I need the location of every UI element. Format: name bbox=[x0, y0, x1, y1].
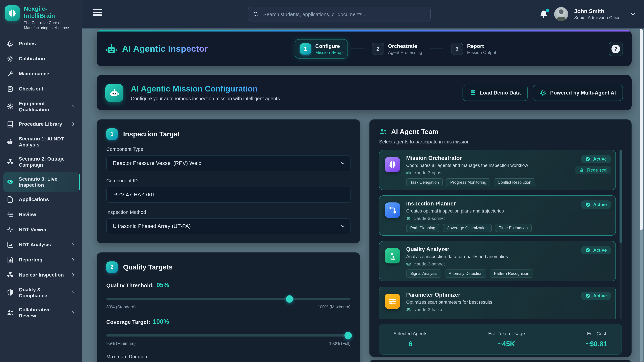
search-bar[interactable] bbox=[248, 7, 431, 21]
panel-title: Quality Targets bbox=[123, 263, 172, 271]
robot-icon bbox=[105, 84, 124, 102]
next-panel-edge bbox=[369, 360, 632, 362]
user-role: Senior Admission Officer bbox=[574, 15, 622, 20]
chart-icon bbox=[7, 241, 14, 248]
agent-description: Creates optimal inspection plans and tra… bbox=[406, 209, 610, 214]
wizard-step-report[interactable]: 3 Report Mission Output bbox=[446, 39, 501, 58]
sidebar-item-reporting[interactable]: Reporting bbox=[3, 253, 79, 267]
cpu-icon bbox=[406, 216, 411, 221]
checklist-icon bbox=[7, 211, 14, 218]
clipboard-check-icon bbox=[7, 85, 14, 92]
wizard-step-configure[interactable]: 1 Configure Mission Setup bbox=[295, 39, 348, 59]
sidebar-item-review[interactable]: Review bbox=[3, 207, 79, 222]
database-icon bbox=[470, 89, 476, 96]
component-id-input[interactable] bbox=[106, 187, 350, 203]
sidebar-item-ndt-analysis[interactable]: NDT Analysis bbox=[3, 238, 79, 252]
selected-agents-value: 6 bbox=[408, 340, 412, 348]
agent-card-parameter-optimizer[interactable]: Active Parameter Optimizer Optimizes sca… bbox=[379, 287, 616, 319]
agent-card-mission-orchestrator[interactable]: Active Required Mission Orchestrator Coo… bbox=[379, 150, 616, 190]
chevron-down-icon bbox=[340, 224, 346, 229]
chevron-right-icon bbox=[71, 122, 76, 126]
sidebar-item-maintenance[interactable]: Maintenance bbox=[3, 67, 79, 81]
inspection-method-select[interactable]: Ultrasonic Phased Array (UT-PA) bbox=[106, 218, 350, 234]
sidebar-item-scenario-1-ai-ndt-analysis[interactable]: Scenario 1: AI NDT Analysis bbox=[3, 132, 79, 151]
slider-thumb[interactable] bbox=[344, 332, 352, 339]
powered-by-multi-agent-ai-button: Powered by Multi-Agent AI bbox=[533, 85, 623, 101]
token-usage-label: Est. Token Usage bbox=[488, 331, 525, 336]
capability-tag: Conflict Resolution bbox=[494, 178, 535, 186]
capability-tag: Progress Monitoring bbox=[446, 178, 490, 186]
user-info[interactable]: John Smith Senior Admission Officer bbox=[574, 8, 622, 20]
search-input[interactable] bbox=[263, 11, 426, 17]
help-button[interactable]: ? bbox=[609, 42, 623, 56]
slider-track[interactable] bbox=[106, 334, 350, 337]
sidebar-item-check-out[interactable]: Check-out bbox=[3, 82, 79, 96]
field-label: Component Type bbox=[106, 146, 350, 152]
sidebar-nav: Probes Calibration Maintenance Check-out… bbox=[0, 34, 82, 325]
sidebar-item-probes[interactable]: Probes bbox=[3, 36, 79, 51]
sidebar-item-collaborative-review[interactable]: Collaborative Review bbox=[3, 303, 79, 323]
sidebar-item-equipment-qualification[interactable]: Equipment Qualification bbox=[3, 97, 79, 116]
agent-model: claude-3-haiku bbox=[414, 307, 442, 312]
active-badge: Active bbox=[582, 292, 611, 300]
sidebar-item-scenario-3-live-inspection[interactable]: Scenario 3: Live Inspection bbox=[3, 172, 79, 192]
agent-model: claude-3-sonnet bbox=[414, 216, 445, 221]
capability-tag: Task Delegation bbox=[406, 178, 443, 186]
wrench-icon bbox=[7, 70, 14, 77]
panel-title: Inspection Target bbox=[123, 130, 180, 138]
avatar[interactable] bbox=[554, 7, 568, 21]
banner-title: AI Agentic Mission Configuration bbox=[131, 84, 280, 93]
sidebar-item-calibration[interactable]: Calibration bbox=[3, 52, 79, 66]
capability-tag: Time Estimation bbox=[495, 224, 532, 232]
sliders-icon bbox=[385, 294, 400, 309]
brand-tagline: The Cognitive Core of Manufacturing Inte… bbox=[24, 20, 78, 30]
agent-card-quality-analyzer[interactable]: Active Quality Analyzer Analyzes inspect… bbox=[379, 241, 616, 281]
slider-track[interactable] bbox=[106, 298, 350, 300]
wizard-step-orchestrate[interactable]: 2 Orchestrate Agent Processing bbox=[367, 39, 427, 58]
text-input[interactable] bbox=[113, 191, 344, 198]
user-name: John Smith bbox=[574, 8, 622, 14]
agent-card-inspection-planner[interactable]: Active Inspection Planner Creates optima… bbox=[379, 195, 616, 236]
slider-thumb[interactable] bbox=[286, 295, 293, 303]
agent-model: claude-3-opus bbox=[414, 170, 441, 175]
panel-title: AI Agent Team bbox=[391, 128, 438, 136]
menu-icon[interactable] bbox=[92, 9, 102, 17]
sidebar-item-scenario-2-outage-campaign[interactable]: Scenario 2: Outage Campaign bbox=[3, 152, 79, 172]
check-circle-icon bbox=[586, 202, 590, 207]
notification-dot bbox=[546, 9, 549, 12]
sliders-group: Quality Threshold: 95% 80% (Standard) 10… bbox=[106, 282, 350, 346]
agent-list-scrollbar[interactable] bbox=[620, 150, 622, 319]
users-icon bbox=[379, 128, 387, 136]
search-icon bbox=[253, 11, 258, 17]
gear-icon bbox=[7, 55, 14, 62]
load-demo-data-button[interactable]: Load Demo Data bbox=[462, 85, 528, 101]
chevron-right-icon bbox=[71, 104, 76, 109]
sidebar-item-ndt-viewer[interactable]: NDT Viewer bbox=[3, 223, 79, 237]
cpu-icon bbox=[406, 170, 411, 175]
chevron-right-icon bbox=[71, 273, 76, 277]
capability-tag: Pattern Recognition bbox=[490, 270, 533, 278]
chevron-down-icon[interactable] bbox=[630, 11, 636, 17]
active-badge: Active bbox=[582, 155, 611, 163]
sidebar-item-nuclear-inspection[interactable]: Nuclear Inspection bbox=[3, 268, 79, 282]
check-circle-icon bbox=[586, 157, 590, 162]
notifications-button[interactable] bbox=[539, 10, 548, 18]
robot-icon bbox=[105, 43, 118, 55]
sidebar-item-procedure-library[interactable]: Procedure Library bbox=[3, 117, 79, 131]
waveform-icon bbox=[7, 226, 14, 233]
sidebar-item-applications[interactable]: Applications bbox=[3, 192, 79, 207]
agent-description: Optimizes scan parameters for best resul… bbox=[406, 300, 610, 305]
radiation-icon bbox=[7, 158, 14, 165]
step-number: 2 bbox=[372, 43, 384, 55]
app-window: Nexgile-IntelliBrain The Cognitive Core … bbox=[0, 0, 644, 362]
report-icon bbox=[7, 256, 14, 264]
component-type-select[interactable]: Reactor Pressure Vessel (RPV) Weld bbox=[106, 155, 350, 171]
page-scrollbar[interactable] bbox=[640, 29, 643, 362]
banner-buttons: Load Demo Data Powered by Multi-Agent AI bbox=[462, 85, 623, 101]
field-label: Component ID bbox=[106, 178, 350, 183]
sidebar-item-quality-compliance[interactable]: Quality & Compliance bbox=[3, 283, 79, 302]
chevron-right-icon bbox=[71, 243, 76, 247]
target-fields: Component TypeReactor Pressure Vessel (R… bbox=[106, 146, 350, 234]
capability-tag: Path Planning bbox=[406, 224, 439, 232]
cost-value: ~$0.81 bbox=[586, 340, 608, 348]
